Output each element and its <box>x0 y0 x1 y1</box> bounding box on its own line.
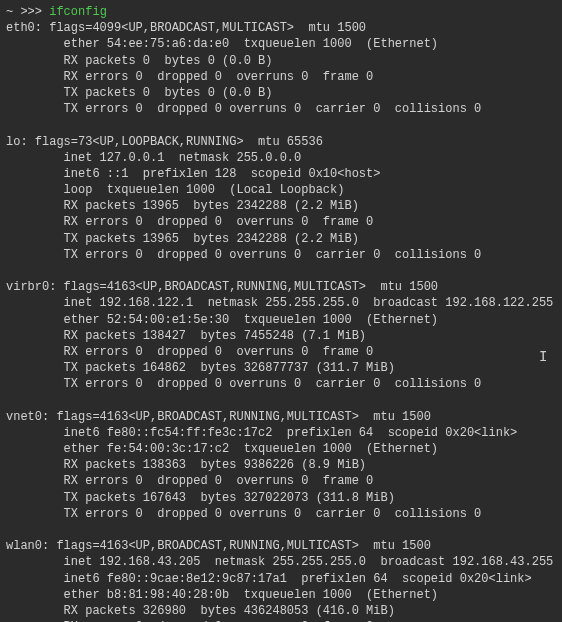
output-line: ether 52:54:00:e1:5e:30 txqueuelen 1000 … <box>6 312 556 328</box>
output-line: RX errors 0 dropped 0 overruns 0 frame 0 <box>6 214 556 230</box>
output-line: TX packets 0 bytes 0 (0.0 B) <box>6 85 556 101</box>
interface-block-vnet0: vnet0: flags=4163<UP,BROADCAST,RUNNING,M… <box>6 409 556 522</box>
output-line: TX packets 167643 bytes 327022073 (311.8… <box>6 490 556 506</box>
output-line: TX errors 0 dropped 0 overruns 0 carrier… <box>6 101 556 117</box>
output-line: RX packets 326980 bytes 436248053 (416.0… <box>6 603 556 619</box>
output-line: inet6 fe80::9cae:8e12:9c87:17a1 prefixle… <box>6 571 556 587</box>
output-line: inet 127.0.0.1 netmask 255.0.0.0 <box>6 150 556 166</box>
interface-header: lo: flags=73<UP,LOOPBACK,RUNNING> mtu 65… <box>6 134 556 150</box>
output-line: inet6 ::1 prefixlen 128 scopeid 0x10<hos… <box>6 166 556 182</box>
output-line: ether 54:ee:75:a6:da:e0 txqueuelen 1000 … <box>6 36 556 52</box>
output-line: RX errors 0 dropped 0 overruns 0 frame 0 <box>6 344 556 360</box>
output-line: TX errors 0 dropped 0 overruns 0 carrier… <box>6 506 556 522</box>
blank-line <box>6 522 556 538</box>
interface-block-wlan0: wlan0: flags=4163<UP,BROADCAST,RUNNING,M… <box>6 538 556 622</box>
output-line: ether b8:81:98:40:28:0b txqueuelen 1000 … <box>6 587 556 603</box>
output-line: TX packets 13965 bytes 2342288 (2.2 MiB) <box>6 231 556 247</box>
output-line: RX packets 13965 bytes 2342288 (2.2 MiB) <box>6 198 556 214</box>
output-line: RX errors 0 dropped 0 overruns 0 frame 0 <box>6 69 556 85</box>
interface-header: wlan0: flags=4163<UP,BROADCAST,RUNNING,M… <box>6 538 556 554</box>
interface-header: vnet0: flags=4163<UP,BROADCAST,RUNNING,M… <box>6 409 556 425</box>
terminal-output[interactable]: eth0: flags=4099<UP,BROADCAST,MULTICAST>… <box>6 20 556 622</box>
interface-header: virbr0: flags=4163<UP,BROADCAST,RUNNING,… <box>6 279 556 295</box>
output-line: RX packets 138427 bytes 7455248 (7.1 MiB… <box>6 328 556 344</box>
interface-header: eth0: flags=4099<UP,BROADCAST,MULTICAST>… <box>6 20 556 36</box>
output-line: inet 192.168.122.1 netmask 255.255.255.0… <box>6 295 556 311</box>
output-line: RX packets 138363 bytes 9386226 (8.9 MiB… <box>6 457 556 473</box>
interface-block-virbr0: virbr0: flags=4163<UP,BROADCAST,RUNNING,… <box>6 279 556 392</box>
output-line: RX packets 0 bytes 0 (0.0 B) <box>6 53 556 69</box>
blank-line <box>6 393 556 409</box>
output-line: inet 192.168.43.205 netmask 255.255.255.… <box>6 554 556 570</box>
output-line: loop txqueuelen 1000 (Local Loopback) <box>6 182 556 198</box>
interface-block-lo: lo: flags=73<UP,LOOPBACK,RUNNING> mtu 65… <box>6 134 556 264</box>
command-text: ifconfig <box>49 5 107 19</box>
output-line: ether fe:54:00:3c:17:c2 txqueuelen 1000 … <box>6 441 556 457</box>
output-line: inet6 fe80::fc54:ff:fe3c:17c2 prefixlen … <box>6 425 556 441</box>
output-line: TX packets 164862 bytes 326877737 (311.7… <box>6 360 556 376</box>
prompt-line[interactable]: ~ >>> ifconfig <box>6 4 556 20</box>
blank-line <box>6 117 556 133</box>
prompt-prefix: ~ >>> <box>6 5 49 19</box>
blank-line <box>6 263 556 279</box>
output-line: TX errors 0 dropped 0 overruns 0 carrier… <box>6 376 556 392</box>
output-line: TX errors 0 dropped 0 overruns 0 carrier… <box>6 247 556 263</box>
interface-block-eth0: eth0: flags=4099<UP,BROADCAST,MULTICAST>… <box>6 20 556 117</box>
output-line: RX errors 0 dropped 0 overruns 0 frame 0 <box>6 473 556 489</box>
